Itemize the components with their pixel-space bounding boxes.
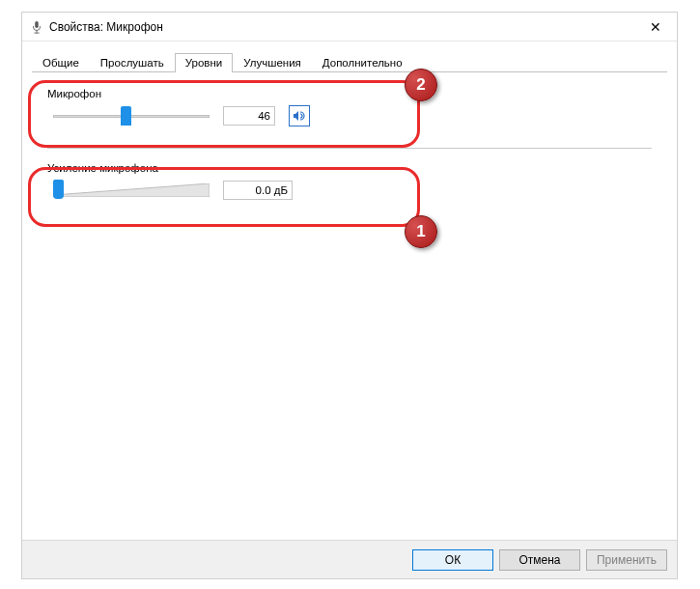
close-icon: ✕ [650, 19, 661, 35]
titlebar: Свойства: Микрофон ✕ [22, 13, 677, 42]
gain-thumb[interactable] [53, 180, 64, 199]
gain-slider[interactable] [53, 180, 210, 201]
svg-rect-0 [35, 20, 39, 27]
ok-button[interactable]: ОК [412, 549, 493, 571]
tab-advanced[interactable]: Дополнительно [312, 53, 413, 72]
cancel-button[interactable]: Отмена [499, 549, 580, 571]
volume-row [53, 105, 665, 126]
annotation-badge-2: 2 [405, 69, 437, 101]
tab-bar: Общие Прослушать Уровни Улучшения Дополн… [32, 49, 667, 72]
gain-label: Усиление микрофона [47, 162, 665, 174]
tab-listen[interactable]: Прослушать [90, 53, 175, 72]
window-title: Свойства: Микрофон [49, 20, 634, 34]
mute-button[interactable] [289, 105, 310, 126]
volume-slider[interactable] [53, 105, 210, 126]
apply-button: Применить [586, 549, 667, 571]
mic-icon [30, 20, 43, 34]
tab-levels[interactable]: Уровни [175, 53, 233, 72]
gain-value[interactable] [223, 181, 293, 200]
tab-enhancements[interactable]: Улучшения [233, 53, 312, 72]
volume-thumb[interactable] [121, 106, 131, 126]
button-bar: ОК Отмена Применить [22, 540, 677, 578]
close-button[interactable]: ✕ [634, 13, 677, 42]
speaker-icon [292, 108, 307, 124]
gain-row [53, 180, 665, 201]
tab-general[interactable]: Общие [32, 53, 90, 72]
volume-value[interactable] [223, 106, 275, 126]
tab-content: 2 Микрофон 1 Усиление микрофона [22, 72, 677, 546]
annotation-badge-1: 1 [405, 215, 437, 248]
svg-marker-3 [53, 183, 210, 197]
gain-track [53, 183, 210, 197]
divider [47, 148, 652, 149]
volume-track [53, 115, 210, 118]
volume-label: Микрофон [47, 88, 665, 99]
